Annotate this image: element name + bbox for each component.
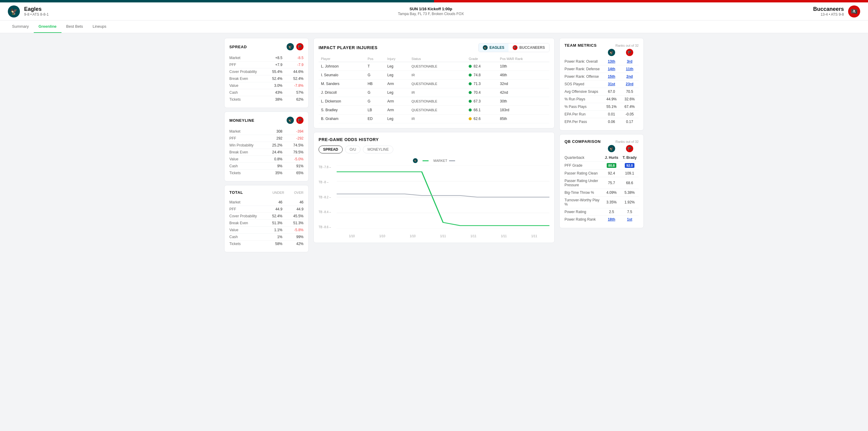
row-label: Value: [229, 157, 261, 161]
metrics-v1: 15th: [602, 74, 621, 79]
row-val1: 292: [261, 136, 282, 141]
qb-plain-row: Passer Rating Under Pressure 75.7 68.6: [564, 177, 639, 189]
injury-status: IR: [409, 88, 466, 97]
row-val2: 62%: [282, 97, 304, 101]
eagles-info: Eagles 9-8 • ATS 8-8-1: [24, 6, 49, 17]
row-label: Break Even: [229, 76, 261, 81]
qb-v2: 1st: [621, 217, 639, 221]
x-1: 1/10: [349, 235, 355, 238]
row-label: Cash: [229, 90, 261, 95]
qb-row-label: Power Rating Rank: [564, 217, 602, 221]
legend-market: [423, 160, 429, 161]
injury-row: L. Dickerson G Arm QUESTIONABLE 67.3 30t…: [318, 97, 550, 106]
qb-name-row: Quarterback J. Hurts T. Brady: [564, 154, 639, 161]
qb-v1: J. Hurts: [602, 156, 621, 160]
qb-eagle-icon: 🦅: [608, 145, 615, 152]
injury-grade: 70.4: [466, 88, 498, 97]
tab-summary[interactable]: Summary: [7, 21, 34, 33]
y-label-4: TB -8.4 –: [318, 210, 331, 214]
game-info: SUN 1/16 Kickoff 1:00p Tampa Bay, FL 73 …: [398, 7, 464, 16]
main-header: 🦅 Eagles 9-8 • ATS 8-8-1 SUN 1/16 Kickof…: [0, 2, 868, 21]
col-grade: Grade: [466, 56, 498, 62]
legend-green-line: [423, 160, 429, 161]
bucs-icon: 🏴‍☠️: [848, 5, 860, 18]
metrics-row: EPA Per Run 0.01 -0.05: [564, 111, 639, 118]
injury-status: QUESTIONABLE: [409, 62, 466, 71]
row-val2: -5.0%: [282, 157, 304, 161]
moneyline-card: MONEYLINE 🦅 🏴 Market 308 -394 PFF 292 -2…: [224, 112, 309, 181]
chart-container: TB -7.8 – TB -8 – TB -8.2 – TB -8.4 – TB…: [318, 165, 550, 238]
row-label: Tickets: [229, 97, 261, 101]
metrics-v2: 70.5: [621, 90, 639, 94]
metrics-label: Avg Offensive Snaps: [564, 90, 602, 94]
qb-v1: 2.5: [602, 210, 621, 214]
metrics-v1: 0.06: [602, 120, 621, 124]
row-val2: -7.9: [282, 63, 304, 67]
row-val1: 52.4%: [261, 76, 282, 81]
row-val2: 46: [282, 200, 304, 204]
tab-best-bets[interactable]: Best Bets: [61, 21, 88, 33]
spread-bucs-logo: 🏴: [296, 43, 304, 50]
odds-tab-ou[interactable]: O/U: [345, 146, 361, 153]
metrics-row: Power Rank: Overall 13th 3rd: [564, 58, 639, 65]
pff-badge-green: 80.8: [607, 163, 616, 168]
x-3: 1/10: [410, 235, 415, 238]
qb-eagle-logo: 🦅: [602, 145, 621, 152]
legend-gray-line: [449, 160, 455, 161]
left-column: SPREAD 🦅 🏴 Market +8.5 -8.5 PFF +7.9 -7.…: [224, 38, 309, 252]
qb-title: QB COMPARISON: [564, 139, 601, 144]
row-val2: 44.6%: [282, 70, 304, 74]
tab-lineups[interactable]: Lineups: [88, 21, 111, 33]
odds-tab-moneyline[interactable]: MONEYLINE: [363, 146, 393, 153]
eagles-color-bar: [0, 0, 434, 2]
qb-col-logos: 🦅 🏴: [564, 145, 639, 152]
metrics-bucs-icon: 🏴: [626, 49, 633, 56]
qb-underlined-row: Power Rating Rank 18th 1st: [564, 216, 639, 223]
table-row: Cash 9% 91%: [229, 163, 304, 170]
odds-tab-spread[interactable]: SPREAD: [318, 146, 343, 153]
grade-dot: [469, 82, 472, 85]
injury-pos: ED: [365, 115, 385, 123]
injury-grade: 74.8: [466, 71, 498, 80]
spread-eagles-logo: 🦅: [287, 43, 294, 50]
spread-card: SPREAD 🦅 🏴 Market +8.5 -8.5 PFF +7.9 -7.…: [224, 38, 309, 108]
total-header: TOTAL UNDER OVER: [229, 190, 304, 195]
qb-v2: 1.92%: [621, 200, 639, 204]
injury-type: Arm: [385, 80, 409, 88]
row-val1: 46: [261, 200, 282, 204]
injury-status: QUESTIONABLE: [409, 97, 466, 106]
x-axis: 1/10 1/10 1/10 1/11 1/11 1/11 1/11: [318, 235, 550, 238]
table-row: Win Probability 25.2% 74.5%: [229, 142, 304, 149]
metrics-header: TEAM METRICS Ranks out of 32: [564, 43, 639, 48]
injury-rank: 30th: [498, 97, 550, 106]
row-val2: 79.5%: [282, 150, 304, 154]
metrics-row: % Pass Plays 55.1% 67.4%: [564, 103, 639, 111]
right-column: TEAM METRICS Ranks out of 32 🦅 🏴 Power R…: [559, 38, 644, 252]
metrics-v1: 44.9%: [602, 97, 621, 101]
row-val1: 308: [261, 129, 282, 133]
qb-ranks-note: Ranks out of 32: [615, 140, 639, 144]
toggle-eagles[interactable]: 🦅 EAGLES: [478, 43, 508, 52]
middle-column: IMPACT PLAYER INJURIES 🦅 EAGLES 🏴 BUCCAN…: [313, 38, 555, 252]
toggle-bucs[interactable]: 🏴 BUCCANEERS: [508, 43, 549, 52]
qb-plain-row: Power Rating 2.5 7.5: [564, 208, 639, 216]
col-pos: Pos: [365, 56, 385, 62]
injury-type: Leg: [385, 115, 409, 123]
metrics-label: % Pass Plays: [564, 104, 602, 109]
qb-v1: 80.8: [602, 163, 621, 168]
table-row: Cash 43% 57%: [229, 89, 304, 96]
grade-dot: [469, 100, 472, 103]
row-val1: 35%: [261, 171, 282, 175]
eagles-icon: 🦅: [8, 5, 20, 18]
x-4: 1/11: [440, 235, 446, 238]
injury-tbody: L. Johnson T Leg QUESTIONABLE 82.4 10th …: [318, 62, 550, 123]
qb-v2: 7.5: [621, 210, 639, 214]
row-label: PFF: [229, 207, 261, 211]
main-content: SPREAD 🦅 🏴 Market +8.5 -8.5 PFF +7.9 -7.…: [217, 33, 651, 257]
odds-title: PRE-GAME ODDS HISTORY: [318, 137, 379, 142]
tab-greenline[interactable]: Greenline: [34, 21, 61, 33]
injury-pos: G: [365, 88, 385, 97]
metrics-col-logos: 🦅 🏴: [564, 49, 639, 56]
game-details: Tampa Bay, FL 73 F, Broken Clouds FOX: [398, 12, 464, 16]
row-val2: 57%: [282, 90, 304, 95]
